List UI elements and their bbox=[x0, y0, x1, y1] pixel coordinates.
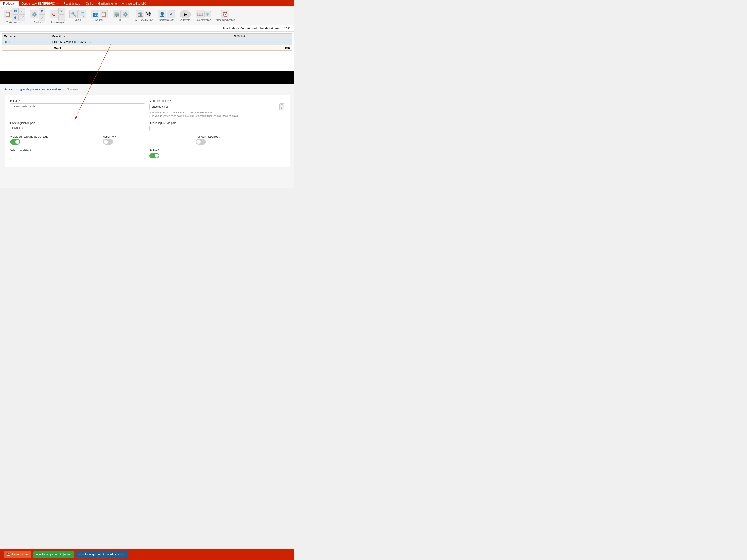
table-row[interactable]: 00010 ECLAIR Jacques, 01/12/2022 → bbox=[2, 39, 292, 46]
salaries-label: Salariés bbox=[95, 19, 103, 21]
pas-icon-2[interactable]: DADS-U DSN bbox=[145, 11, 151, 18]
col-header-salarie: Salarié ▲ bbox=[50, 34, 232, 39]
data-table: Matricule Salarié ▲ NbTicket 00010 bbox=[2, 33, 292, 51]
nbticket-input[interactable] bbox=[234, 40, 290, 44]
visible-group: Visible sur la feuille de pointage ? bbox=[10, 135, 99, 145]
salaries-icon-1[interactable]: 👥 bbox=[91, 10, 99, 18]
mode-gestion-group: Mode de gestion * Base de calcul ✕ ▼ Si … bbox=[149, 99, 284, 118]
mode-gestion-help: Si la valeur est un montant en € : chois… bbox=[149, 111, 284, 118]
tab-robot-label: Robot de paie bbox=[63, 2, 81, 5]
total-label: Totaux bbox=[50, 46, 232, 51]
cell-nbticket[interactable] bbox=[232, 39, 292, 46]
traitement-icon-2[interactable]: 👥 bbox=[12, 8, 19, 14]
tab-outils[interactable]: Outils bbox=[83, 1, 96, 6]
tab-dossier[interactable]: Dossier paie SILAERHPRO ✕ bbox=[19, 1, 61, 6]
tab-gestion[interactable]: Gestion interne bbox=[96, 1, 119, 6]
pas-icon-1[interactable]: 🏛️ bbox=[136, 10, 145, 18]
breadcrumb-types[interactable]: Types de primes et autres variables bbox=[18, 88, 61, 91]
par-jours-slider bbox=[196, 139, 206, 144]
active-label: Activé ? bbox=[149, 149, 284, 152]
select-buttons: ✕ ▼ bbox=[280, 103, 284, 110]
toolbar-group-relation: 👤 P Relation client bbox=[156, 10, 177, 22]
bottom-spacer bbox=[4, 171, 290, 185]
rh-icon-1[interactable]: 🏢 bbox=[112, 10, 121, 18]
gestion-icon-1[interactable]: ⚙️ bbox=[30, 10, 38, 18]
toolbar-group-traitement: 📋 👥 👤 📊 📈 Traitement mois bbox=[2, 7, 27, 24]
tab-analyse[interactable]: Analyse de l'activité bbox=[120, 1, 149, 6]
select-clear-btn[interactable]: ✕ bbox=[280, 104, 284, 107]
breadcrumb: Accueil > Types de primes et autres vari… bbox=[4, 88, 290, 91]
traitement-icon-5[interactable]: 📈 bbox=[19, 15, 25, 21]
parametrage-icon-2[interactable]: ⚙️ bbox=[58, 8, 65, 14]
form-area: Accueil > Types de primes et autres vari… bbox=[0, 84, 294, 188]
valeur-defaut-input[interactable] bbox=[10, 153, 145, 159]
active-slider bbox=[149, 153, 159, 158]
parametrage-label: Paramétrage bbox=[51, 21, 64, 24]
toolbar-group-pas: 🏛️ DADS-U DSN PAS - DADS / DSN bbox=[132, 10, 155, 22]
relation-icon-1[interactable]: 👤 bbox=[158, 10, 166, 18]
code-logiciel-group: Code logiciel de paie bbox=[10, 122, 145, 131]
toolbar-group-automate: ▶ Automate bbox=[178, 10, 193, 22]
code-logiciel-input[interactable] bbox=[10, 126, 145, 131]
doc-label: Documentation bbox=[196, 19, 211, 21]
toolbar-group-gestion: ⚙️ 👤 📈 Gestion bbox=[28, 7, 47, 24]
tab-dossier-label: Dossier paie SILAERHPRO bbox=[22, 2, 55, 5]
parametrage-icon-g[interactable]: G bbox=[50, 10, 58, 18]
par-jours-toggle[interactable] bbox=[196, 139, 206, 144]
select-open-btn[interactable]: ▼ bbox=[280, 107, 284, 110]
intitule-logiciel-group: Intitule logiciel de paie bbox=[149, 122, 284, 131]
automate-icon[interactable]: ▶ bbox=[180, 10, 191, 18]
visible-toggle[interactable] bbox=[10, 139, 20, 144]
relation-icon-p[interactable]: P bbox=[166, 10, 175, 18]
total-row: Totaux 0.00 bbox=[2, 46, 292, 51]
section-title: Saisie des éléments variables de décembr… bbox=[223, 27, 291, 30]
sort-icon[interactable]: ▲ bbox=[63, 35, 66, 38]
close-icon[interactable]: ✕ bbox=[56, 2, 58, 5]
form-row-3: Visible sur la feuille de pointage ? Ast… bbox=[10, 135, 284, 145]
form-row-1: Intitulé * Mode de gestion * Base de cal… bbox=[10, 99, 284, 118]
parametrage-icon-p[interactable]: P bbox=[58, 15, 65, 21]
doc-icon-1[interactable]: 📖 bbox=[196, 10, 204, 18]
traitement-icon-3[interactable]: 👤 bbox=[12, 15, 19, 21]
gestion-icon-2[interactable]: 👤 bbox=[39, 8, 45, 14]
col-header-nbticket: NbTicket bbox=[232, 34, 292, 39]
table-area: Matricule Salarié ▲ NbTicket 00010 bbox=[0, 32, 294, 71]
astreinte-label: Astreinte ? bbox=[103, 135, 191, 138]
intitule-input[interactable] bbox=[10, 103, 145, 109]
table-spacer bbox=[2, 51, 292, 69]
tab-bar: Production Dossier paie SILAERHPRO ✕ Rob… bbox=[0, 0, 294, 6]
toolbar-group-documentation: 📖 ⚙️ Documentation bbox=[194, 10, 213, 22]
intitule-logiciel-label: Intitule logiciel de paie bbox=[149, 122, 284, 125]
black-bar bbox=[0, 71, 294, 84]
traitement-icon-4[interactable]: 📊 bbox=[19, 8, 25, 14]
par-jours-label: Par jours travaillés ? bbox=[196, 135, 284, 138]
intitule-logiciel-input[interactable] bbox=[149, 126, 284, 131]
doc-icon-2[interactable]: ⚙️ bbox=[204, 11, 211, 18]
total-label-empty bbox=[2, 46, 50, 51]
outils-icon-2[interactable]: 🗒️ bbox=[78, 10, 86, 18]
toolbar-group-rh: 🏢 ⚙️ RH bbox=[111, 10, 131, 22]
total-value: 0.00 bbox=[232, 46, 292, 51]
outils-icon-1[interactable]: 🔧 bbox=[70, 10, 78, 18]
alertes-icon[interactable]: ⏰ bbox=[221, 10, 229, 18]
gestion-icon-3[interactable]: 📈 bbox=[39, 15, 45, 21]
toolbar-group-salaries: 👥 📋 Salariés bbox=[89, 10, 110, 22]
tab-robot[interactable]: Robot de paie bbox=[61, 1, 83, 6]
breadcrumb-accueil[interactable]: Accueil bbox=[4, 88, 14, 91]
rh-icon-2[interactable]: ⚙️ bbox=[121, 10, 129, 18]
form-row-2: Code logiciel de paie Intitule logiciel … bbox=[10, 122, 284, 131]
toolbar-group-outils: 🔧 🗒️ Outils bbox=[68, 10, 88, 22]
alertes-label: Alertes d'échéance bbox=[216, 19, 235, 21]
outils-label: Outils bbox=[75, 19, 81, 21]
astreinte-group: Astreinte ? bbox=[103, 135, 191, 145]
valeur-defaut-group: Valeur par défaut bbox=[10, 149, 145, 159]
form-row-4: Valeur par défaut Activé ? bbox=[10, 149, 284, 159]
gestion-label: Gestion bbox=[34, 21, 42, 24]
cell-matricule: 00010 bbox=[2, 39, 50, 46]
astreinte-toggle[interactable] bbox=[103, 139, 113, 144]
mode-gestion-select-wrap: Base de calcul ✕ ▼ bbox=[149, 103, 284, 110]
salaries-icon-2[interactable]: 📋 bbox=[100, 10, 108, 18]
tab-production[interactable]: Production bbox=[0, 1, 19, 6]
traitement-icon-1[interactable]: 📋 bbox=[4, 10, 12, 18]
active-toggle[interactable] bbox=[149, 153, 159, 158]
